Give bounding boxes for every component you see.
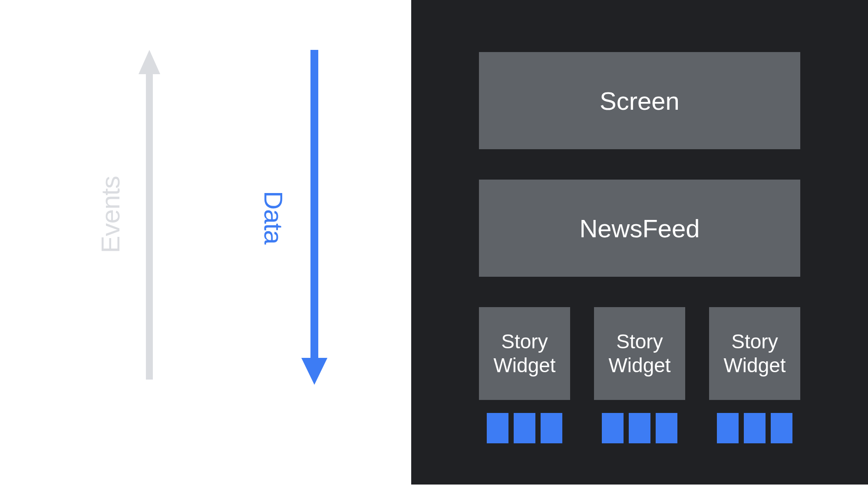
events-flow: Events [96, 50, 160, 380]
data-chip [771, 413, 792, 443]
right-panel: Screen NewsFeed Story Widget St [411, 0, 868, 488]
data-chip [487, 413, 508, 443]
data-chip [717, 413, 739, 443]
data-chip [656, 413, 677, 443]
chips-row [602, 413, 677, 443]
widget-column: Story Widget [479, 307, 570, 443]
story-widget-label: Story Widget [608, 330, 670, 377]
bottom-border [411, 485, 868, 488]
screen-box: Screen [479, 52, 800, 149]
arrow-down-icon [301, 50, 327, 385]
left-panel: Events Data [0, 0, 411, 488]
data-flow: Data [258, 50, 327, 385]
chips-row [717, 413, 792, 443]
data-label: Data [258, 191, 288, 244]
widgets-row: Story Widget Story Widget [479, 307, 800, 443]
data-chip [541, 413, 562, 443]
data-chip [744, 413, 766, 443]
story-widget-label: Story Widget [723, 330, 785, 377]
newsfeed-label: NewsFeed [579, 214, 700, 243]
svg-marker-1 [301, 50, 327, 385]
story-widget-box: Story Widget [479, 307, 570, 400]
story-widget-box: Story Widget [709, 307, 800, 400]
component-hierarchy: Screen NewsFeed Story Widget St [455, 52, 825, 443]
screen-label: Screen [600, 86, 680, 115]
widget-column: Story Widget [594, 307, 685, 443]
story-widget-label: Story Widget [493, 330, 555, 377]
svg-marker-0 [139, 50, 160, 380]
newsfeed-box: NewsFeed [479, 180, 800, 277]
events-label: Events [96, 176, 125, 253]
widget-column: Story Widget [709, 307, 800, 443]
data-chip [514, 413, 535, 443]
data-chip [629, 413, 650, 443]
story-widget-box: Story Widget [594, 307, 685, 400]
arrow-up-icon [139, 50, 160, 380]
chips-row [487, 413, 562, 443]
data-chip [602, 413, 624, 443]
